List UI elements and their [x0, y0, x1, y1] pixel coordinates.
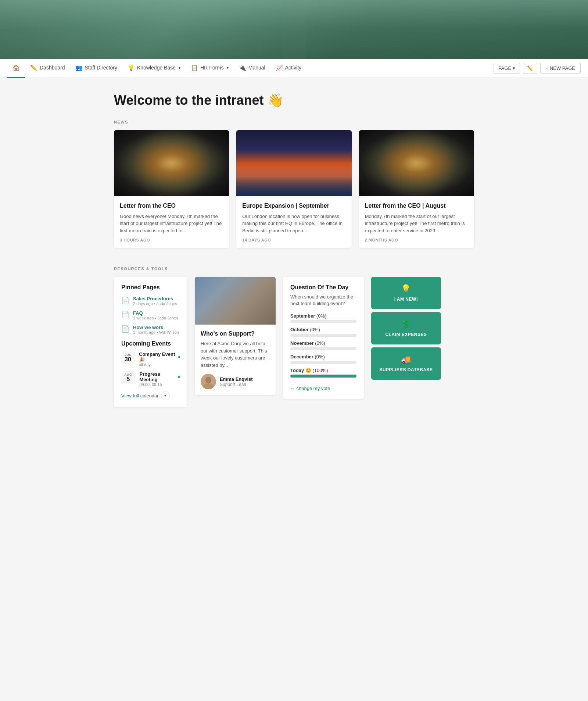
news-card-ceo-letter-august-image	[359, 130, 474, 196]
page-button[interactable]: PAGE ▾	[494, 63, 520, 74]
support-person: Emma Enqvist Support Lead	[201, 374, 270, 389]
news-card-ceo-letter-august[interactable]: Letter from the CEO | August Monday 7th …	[359, 130, 474, 248]
pinned-item-faq[interactable]: 📄 FAQ 1 week ago • Jada Jones	[121, 310, 180, 320]
nav-staff-directory-label: Staff Directory	[85, 65, 117, 71]
poll-card: Question Of The Day When should we organ…	[283, 277, 364, 398]
news-card-ceo-letter-excerpt: Good news everyone! Monday 7th marked th…	[120, 213, 223, 235]
pinned-pages-card: Pinned Pages 📄 Sales Procedures 2 days a…	[114, 277, 187, 407]
poll-option-today-label: Today 😊 (100%)	[290, 368, 328, 373]
event-day-30: 30	[124, 357, 132, 362]
poll-bar-track-december	[290, 361, 356, 364]
nav-dashboard-label: Dashboard	[40, 65, 65, 71]
nav-activity-label: Activity	[285, 65, 301, 71]
news-card-ceo-letter-august-excerpt: Monday 7th marked the start of our large…	[365, 213, 468, 235]
support-card: Who's on Support? Here at Acme Corp we a…	[195, 277, 276, 395]
support-text: Here at Acme Corp we all help out with c…	[201, 340, 270, 369]
suppliers-database-button[interactable]: 🚚 SUPPLIERS DATABASE	[371, 347, 441, 380]
suppliers-database-label: SUPPLIERS DATABASE	[379, 367, 433, 372]
nav-left: 🏠 ✏️ Dashboard 👥 Staff Directory 💡 Knowl…	[7, 59, 494, 78]
view-full-calendar-link[interactable]: View full calendar ▾	[121, 391, 180, 400]
knowledge-base-icon: 💡	[128, 64, 135, 71]
pinned-item-faq-meta: 1 week ago • Jada Jones	[133, 316, 178, 320]
news-section-label: NEWS	[114, 120, 474, 124]
upcoming-events-title: Upcoming Events	[121, 340, 180, 347]
pinned-item-sales-meta: 2 days ago • Jada Jones	[133, 301, 177, 306]
suppliers-database-icon: 🚚	[401, 355, 411, 364]
edit-icon: ✏️	[527, 65, 533, 71]
nav-knowledge-base[interactable]: 💡 Knowledge Base ▾	[122, 59, 186, 78]
news-card-ceo-letter-image	[114, 130, 229, 196]
nav-right: PAGE ▾ ✏️ + NEW PAGE	[494, 63, 581, 74]
poll-option-september[interactable]: September (0%)	[290, 313, 356, 323]
i-am-new-icon: 💡	[401, 284, 411, 294]
page-button-label: PAGE ▾	[498, 65, 515, 71]
pinned-item-sales-name: Sales Procedures	[133, 296, 177, 301]
main-content: Welcome to the intranet 👋 NEWS Letter fr…	[107, 78, 481, 429]
pinned-doc-icon-how: 📄	[121, 325, 129, 333]
event-name-company: Company Event 🎉	[139, 351, 180, 362]
page-title: Welcome to the intranet 👋	[114, 93, 474, 108]
news-card-europe-expansion-title: Europe Expansion | September	[242, 202, 345, 210]
event-name-progress: Progress Meeting	[140, 371, 180, 382]
edit-button[interactable]: ✏️	[523, 63, 537, 74]
nav-home[interactable]: 🏠	[7, 59, 25, 78]
poll-title: Question Of The Day	[290, 284, 356, 291]
event-item-progress: AUG 5 Progress Meeting 09:00–09:15	[121, 371, 180, 387]
dashboard-icon: ✏️	[30, 64, 37, 71]
claim-expenses-button[interactable]: 💲 CLAIM EXPENSES	[371, 312, 441, 344]
poll-question: When should we organize the next team bu…	[290, 294, 356, 307]
nav-activity[interactable]: 📈 Activity	[270, 59, 306, 78]
event-dot-progress	[178, 376, 180, 378]
svg-point-1	[205, 377, 211, 383]
event-item-company: JUL 30 Company Event 🎉 all day	[121, 351, 180, 367]
poll-option-december[interactable]: December (0%)	[290, 354, 356, 364]
home-icon: 🏠	[12, 64, 20, 71]
nav-hr-forms[interactable]: 📋 HR Forms ▾	[186, 59, 234, 78]
news-card-ceo-letter[interactable]: Letter from the CEO Good news everyone! …	[114, 130, 229, 248]
news-card-ceo-letter-time: 3 HOURS AGO	[120, 238, 223, 242]
support-person-role: Support Lead	[220, 382, 253, 387]
hero-overlay	[0, 0, 588, 59]
nav-manual[interactable]: 🔌 Manual	[234, 59, 270, 78]
activity-icon: 📈	[276, 64, 283, 71]
claim-expenses-label: CLAIM EXPENSES	[385, 332, 427, 337]
pinned-item-faq-name: FAQ	[133, 310, 178, 316]
resources-grid: Pinned Pages 📄 Sales Procedures 2 days a…	[114, 277, 474, 407]
support-title: Who's on Support?	[201, 330, 270, 337]
nav-knowledge-base-label: Knowledge Base	[137, 65, 176, 71]
pinned-item-how-meta: 1 month ago • Will Wilson	[133, 330, 179, 335]
resources-section-label: RESOURCES & TOOLS	[114, 267, 474, 271]
poll-bar-track-october	[290, 334, 356, 337]
poll-option-december-label: December (0%)	[290, 354, 325, 360]
event-date-aug5: AUG 5	[121, 371, 135, 384]
staff-directory-icon: 👥	[75, 64, 83, 71]
poll-option-november[interactable]: November (0%)	[290, 340, 356, 350]
pinned-item-how-we-work[interactable]: 📄 How we work 1 month ago • Will Wilson	[121, 325, 180, 335]
action-buttons-panel: 💡 I AM NEW! 💲 CLAIM EXPENSES 🚚 SUPPLIERS…	[371, 277, 441, 380]
poll-option-today[interactable]: Today 😊 (100%)	[290, 368, 356, 378]
event-time-company: all day	[139, 362, 180, 367]
poll-option-october[interactable]: October (0%)	[290, 327, 356, 337]
news-card-europe-expansion[interactable]: Europe Expansion | September Our London …	[236, 130, 351, 248]
calendar-expand-button[interactable]: ▾	[161, 391, 170, 400]
pinned-item-sales[interactable]: 📄 Sales Procedures 2 days ago • Jada Jon…	[121, 296, 180, 306]
main-nav: 🏠 ✏️ Dashboard 👥 Staff Directory 💡 Knowl…	[0, 59, 588, 78]
i-am-new-button[interactable]: 💡 I AM NEW!	[371, 277, 441, 309]
change-vote-link[interactable]: ← change my vote	[290, 386, 330, 391]
news-grid: Letter from the CEO Good news everyone! …	[114, 130, 474, 248]
news-card-ceo-letter-title: Letter from the CEO	[120, 202, 223, 210]
event-time-progress: 09:00–09:15	[140, 382, 180, 387]
i-am-new-label: I AM NEW!	[394, 297, 418, 302]
event-date-july30: JUL 30	[121, 351, 135, 364]
pinned-doc-icon-faq: 📄	[121, 311, 129, 319]
poll-option-november-label: November (0%)	[290, 340, 325, 346]
nav-staff-directory[interactable]: 👥 Staff Directory	[70, 59, 122, 78]
nav-dashboard[interactable]: ✏️ Dashboard	[25, 59, 70, 78]
new-page-button[interactable]: + NEW PAGE	[540, 63, 581, 74]
hr-forms-icon: 📋	[191, 64, 198, 71]
claim-expenses-icon: 💲	[401, 319, 411, 329]
support-person-name: Emma Enqvist	[220, 376, 253, 382]
manual-icon: 🔌	[239, 64, 246, 71]
poll-bar-track-today	[290, 375, 356, 378]
poll-option-october-label: October (0%)	[290, 327, 320, 332]
